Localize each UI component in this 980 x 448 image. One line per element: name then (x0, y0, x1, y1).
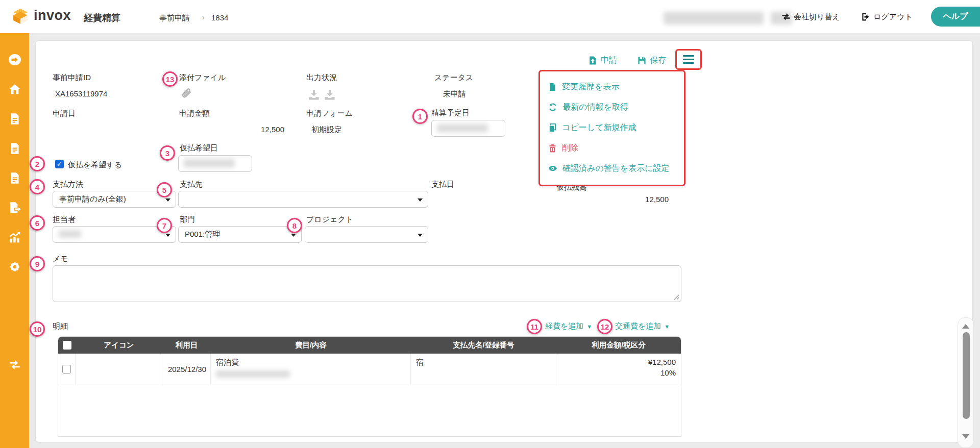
save-button[interactable]: 保存 (637, 55, 666, 66)
department-select[interactable]: P001:管理 (178, 226, 302, 243)
payee-select[interactable] (178, 191, 428, 208)
save-floppy-icon (637, 56, 647, 65)
company-switch-button[interactable]: 会社切り替え (781, 12, 840, 22)
report-chart-icon[interactable] (8, 231, 21, 244)
breadcrumb-section[interactable]: 事前申請 (159, 13, 190, 23)
app-window: invox 経費精算 事前申請 › 1834 会社切り替え ログアウト (0, 0, 980, 448)
output-status-label: 出力状況 (306, 73, 337, 83)
annotation-badge-13: 13 (162, 71, 178, 87)
menu-item-refresh[interactable]: 最新の情報を取得 (540, 97, 684, 117)
apply-form-value: 初期設定 (311, 125, 342, 135)
row-detail-redacted (216, 370, 290, 378)
logo-text: invox (34, 8, 71, 23)
document-export-icon[interactable] (8, 201, 21, 214)
document-icon[interactable] (8, 171, 21, 185)
annotation-badge-12: 12 (597, 319, 612, 334)
settlement-date-label: 精算予定日 (431, 108, 470, 118)
memo-label: メモ (53, 254, 68, 264)
paperclip-icon[interactable] (181, 88, 193, 100)
row-usage-date: 2025/12/30 (162, 354, 211, 385)
advance-id-label: 事前申請ID (53, 73, 91, 83)
apply-form-label: 申請フォーム (306, 109, 353, 118)
company-name-redacted (664, 12, 764, 24)
submit-label: 申請 (601, 55, 617, 66)
download-csv-icon[interactable] (308, 89, 320, 101)
home-icon[interactable] (8, 83, 21, 96)
add-expense-button[interactable]: 経費を追加 ▼ (545, 321, 592, 331)
logout-button[interactable]: ログアウト (861, 12, 913, 22)
breadcrumb-separator-icon: › (202, 13, 205, 21)
menu-item-change-history[interactable]: 変更履歴を表示 (540, 77, 684, 97)
caret-down-icon (291, 234, 296, 237)
row-checkbox[interactable] (62, 365, 71, 374)
apply-amount-label: 申請金額 (179, 109, 210, 118)
menu-item-delete[interactable]: 削除 (540, 138, 684, 158)
col-category: 費目/内容 (211, 337, 411, 354)
sidebar-nav (0, 33, 29, 448)
row-tax: 10% (660, 368, 676, 377)
menu-item-copy-new[interactable]: コピーして新規作成 (540, 117, 684, 138)
project-select[interactable] (305, 226, 428, 243)
add-transport-button[interactable]: 交通費を追加 ▼ (615, 321, 670, 331)
details-table: アイコン 利用日 費目/内容 支払先名/登録番号 利用金額/税区分 2025/1… (58, 336, 681, 437)
annotation-badge-5: 5 (157, 182, 172, 197)
logout-label: ログアウト (873, 12, 913, 22)
staff-label: 担当者 (53, 215, 76, 225)
caret-down-icon (165, 198, 170, 202)
memo-textarea[interactable] (53, 265, 681, 302)
payment-method-label: 支払方法 (53, 180, 83, 189)
company-switch-label: 会社切り替え (794, 12, 840, 22)
row-category: 宿泊費 (216, 358, 239, 367)
scroll-down-arrow[interactable] (962, 434, 969, 439)
top-header: invox 経費精算 事前申請 › 1834 会社切り替え ログアウト (0, 0, 980, 33)
help-button[interactable]: ヘルプ (931, 7, 980, 27)
document-icon[interactable] (8, 112, 21, 126)
collapse-arrow-icon[interactable] (8, 53, 21, 66)
select-all-checkbox[interactable] (63, 341, 71, 350)
scroll-thumb[interactable] (963, 332, 970, 419)
scroll-up-arrow[interactable] (962, 324, 969, 329)
advance-pay-date-label: 仮払希望日 (180, 143, 218, 153)
document-icon[interactable] (8, 142, 21, 155)
context-menu: 変更履歴を表示 最新の情報を取得 コピーして新規作成 削除 (540, 71, 684, 185)
caret-down-icon (165, 234, 170, 237)
col-icon: アイコン (76, 337, 162, 354)
more-menu-button[interactable] (677, 51, 700, 68)
row-amount-cell: ¥12,500 10% (556, 354, 681, 385)
status-label: ステータス (434, 73, 473, 83)
annotation-badge-1: 1 (412, 109, 428, 124)
caret-down-icon (418, 198, 423, 202)
settlement-date-redacted (437, 124, 488, 132)
department-value: P001:管理 (185, 230, 220, 239)
annotation-badge-4: 4 (30, 179, 45, 194)
logout-icon (861, 12, 871, 22)
table-row: 2025/12/30 宿泊費 宿 ¥12,500 10% (58, 354, 681, 385)
payment-date-label: 支払日 (431, 180, 454, 189)
page-scrollbar (958, 317, 974, 448)
switch-arrows-icon (781, 12, 791, 22)
save-label: 保存 (650, 55, 666, 66)
annotation-badge-3: 3 (160, 145, 175, 161)
advance-pay-checkbox[interactable]: ✓ (55, 160, 64, 168)
eye-icon (548, 164, 557, 173)
row-category-cell: 宿泊費 (211, 354, 411, 385)
staff-value-redacted (59, 230, 81, 238)
annotation-badge-8: 8 (287, 218, 302, 233)
submit-button[interactable]: 申請 (588, 55, 617, 66)
caret-down-icon (418, 234, 423, 237)
submit-document-icon (588, 56, 598, 65)
menu-item-show-confirmed-warnings[interactable]: 確認済みの警告を表示に設定 (540, 158, 684, 179)
download-file-icon[interactable] (324, 89, 336, 101)
settings-gear-icon[interactable] (8, 260, 21, 273)
checkmark-icon: ✓ (57, 160, 62, 168)
transfer-icon[interactable] (8, 358, 21, 371)
col-usage-date: 利用日 (162, 337, 211, 354)
refresh-icon (548, 103, 557, 112)
advance-pay-check-label: 仮払を希望する (68, 160, 122, 170)
project-label: プロジェクト (306, 215, 353, 225)
advance-id-value: XA1653119974 (55, 89, 107, 98)
col-amount: 利用金額/税区分 (556, 337, 681, 354)
resize-handle-icon[interactable] (674, 294, 679, 300)
invox-logo-icon (11, 7, 30, 26)
apply-date-label: 申請日 (53, 109, 76, 118)
